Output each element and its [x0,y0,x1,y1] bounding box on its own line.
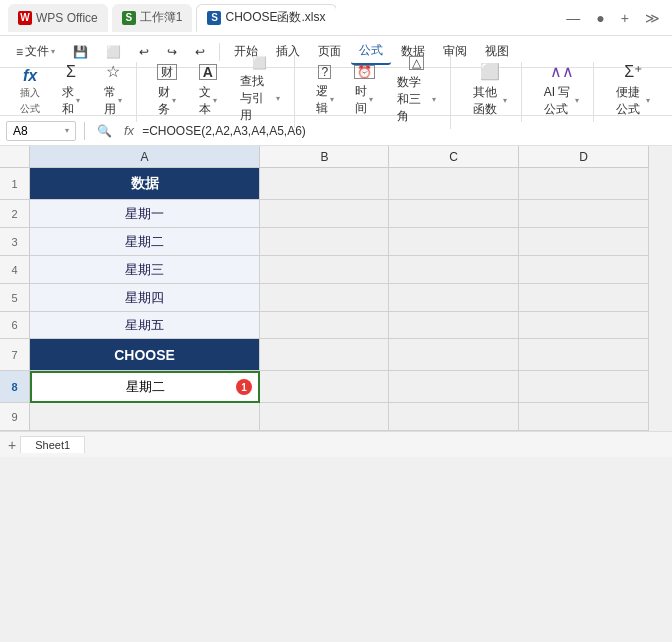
quick-dropdown[interactable]: 便捷公式 ▾ [612,82,654,120]
cell-c2[interactable] [389,200,519,228]
cell-c6[interactable] [389,312,519,339]
sum-dropdown[interactable]: 求和 ▾ [58,82,84,120]
cell-b6[interactable] [260,312,389,339]
tab-wps[interactable]: W WPS Office [8,4,108,32]
toolbar-group-other: ⬜ 其他函数 ▾ [459,62,522,122]
quick-icon: Σ⁺ [624,64,642,80]
cell-d6[interactable] [519,312,649,339]
text-dropdown[interactable]: 文本 ▾ [195,82,221,120]
row-header-7[interactable]: 7 [0,339,30,371]
ai-icon: ∧∧ [550,64,574,80]
toolbar-sum-btn[interactable]: Σ 求和 ▾ [52,62,90,122]
cell-a9[interactable] [30,403,260,431]
cell-b1[interactable] [260,168,389,200]
row-header-9[interactable]: 9 [0,403,30,431]
common-dropdown[interactable]: 常用 ▾ [100,82,126,120]
cell-b7[interactable] [260,339,389,371]
cell-d8[interactable] [519,371,649,403]
minimize-btn[interactable]: — [562,8,584,28]
toolbar: fx 插入 公式 Σ 求和 ▾ ☆ 常用 ▾ 财 财务 ▾ [0,68,672,116]
col-header-c[interactable]: C [389,146,519,168]
menu-save[interactable]: 💾 [65,41,96,63]
cell-d4[interactable] [519,256,649,284]
row-header-2[interactable]: 2 [0,200,30,228]
zoom-btn[interactable]: 🔍 [93,122,116,140]
menu-view[interactable]: 视图 [477,39,517,64]
maximize-btn[interactable]: ● [592,8,608,28]
cell-c8[interactable] [389,371,519,403]
cell-b5[interactable] [260,284,389,312]
toolbar-common-btn[interactable]: ☆ 常用 ▾ [94,62,132,122]
finance-dropdown[interactable]: 财务 ▾ [154,82,180,120]
lookup-dropdown[interactable]: 查找与引用 ▾ [236,71,284,126]
row-header-4[interactable]: 4 [0,256,30,284]
row-5: 5 星期四 [0,284,672,312]
fx-label: 插入 [20,86,40,100]
more-btn[interactable]: ≫ [641,8,664,28]
toolbar-text-btn[interactable]: A 文本 ▾ [189,62,225,122]
toolbar-finance-btn[interactable]: 财 财务 ▾ [149,62,185,122]
cell-d3[interactable] [519,228,649,256]
cell-a2[interactable]: 星期一 [30,200,260,228]
sheet-tab-sheet1[interactable]: Sheet1 [20,436,85,453]
logic-dropdown[interactable]: 逻辑 ▾ [312,81,337,119]
row-header-8[interactable]: 8 [0,371,30,403]
cell-a7[interactable]: CHOOSE [30,339,260,371]
cell-a6[interactable]: 星期五 [30,312,260,339]
row-header-1[interactable]: 1 [0,168,30,200]
tab-choose-file[interactable]: S CHOOSE函数.xlsx [196,4,336,32]
cell-a4[interactable]: 星期三 [30,256,260,284]
row-8: 8 星期二 1 [0,371,672,403]
cell-c7[interactable] [389,339,519,371]
row-header-5[interactable]: 5 [0,284,30,312]
cell-d7[interactable] [519,339,649,371]
toolbar-fx-btn[interactable]: fx 插入 公式 [12,66,48,118]
toolbar-logic-btn[interactable]: ? 逻辑 ▾ [307,63,342,121]
title-bar-right: — ● + ≫ [562,8,664,28]
other-dropdown[interactable]: 其他函数 ▾ [469,82,511,120]
cell-b4[interactable] [260,256,389,284]
toolbar-math-btn[interactable]: △ 数学和三角 ▾ [387,54,447,129]
cell-d2[interactable] [519,200,649,228]
cell-b8[interactable] [260,371,389,403]
row-header-3[interactable]: 3 [0,228,30,256]
col-header-b[interactable]: B [260,146,389,168]
cell-d9[interactable] [519,403,649,431]
menu-hamburger[interactable]: ≡ 文件 ▾ [8,39,63,64]
cell-c3[interactable] [389,228,519,256]
toolbar-ai-btn[interactable]: ∧∧ AI 写公式 ▾ [534,62,590,122]
math-dropdown[interactable]: 数学和三角 ▾ [393,72,441,127]
tab-sheet1[interactable]: S 工作簿1 [112,4,193,32]
col-header-d[interactable]: D [519,146,649,168]
new-tab-btn[interactable]: + [617,8,633,28]
toolbar-quick-btn[interactable]: Σ⁺ 便捷公式 ▾ [606,62,660,122]
cell-d1[interactable] [519,168,649,200]
formula-input[interactable] [142,124,666,138]
sum-caret: ▾ [76,96,80,105]
cell-a5[interactable]: 星期四 [30,284,260,312]
fx-icon: fx [23,68,37,84]
toolbar-group-logic: ? 逻辑 ▾ ⏰ 时间 ▾ △ 数学和三角 ▾ [303,54,452,129]
cell-d5[interactable] [519,284,649,312]
toolbar-time-btn[interactable]: ⏰ 时间 ▾ [346,63,382,121]
cell-a3[interactable]: 星期二 [30,228,260,256]
cell-c4[interactable] [389,256,519,284]
col-header-a[interactable]: A [30,146,260,168]
toolbar-other-btn[interactable]: ⬜ 其他函数 ▾ [463,62,517,122]
add-sheet-btn[interactable]: + [4,437,20,453]
row-header-6[interactable]: 6 [0,312,30,339]
time-dropdown[interactable]: 时间 ▾ [351,81,377,119]
row-4: 4 星期三 [0,256,672,284]
cell-b2[interactable] [260,200,389,228]
cell-c1[interactable] [389,168,519,200]
menu-format[interactable]: ⬜ [98,41,129,63]
toolbar-lookup-btn[interactable]: ⬜ 查找与引用 ▾ [230,55,290,128]
cell-c9[interactable] [389,403,519,431]
cell-a8[interactable]: 星期二 1 [30,371,260,403]
cell-c5[interactable] [389,284,519,312]
cell-a1[interactable]: 数据 [30,168,260,200]
cell-b3[interactable] [260,228,389,256]
ai-dropdown[interactable]: AI 写公式 ▾ [540,82,584,120]
cell-b9[interactable] [260,403,389,431]
cell-reference[interactable]: A8 ▾ [6,121,76,141]
